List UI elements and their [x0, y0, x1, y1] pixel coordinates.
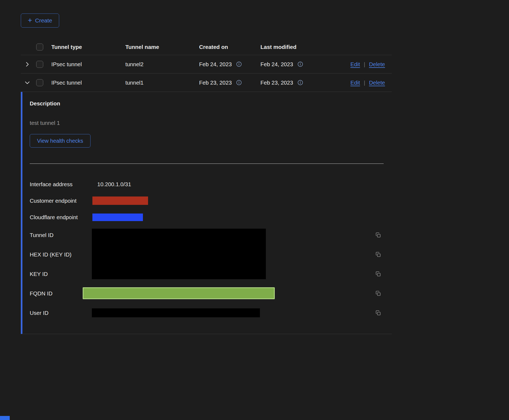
info-icon[interactable]: [297, 79, 303, 86]
info-icon[interactable]: [236, 79, 242, 86]
delete-link[interactable]: Delete: [369, 79, 385, 86]
cloudflare-endpoint-redacted-value: [92, 214, 143, 221]
delete-link[interactable]: Delete: [369, 61, 385, 68]
copy-icon[interactable]: [375, 310, 381, 316]
create-button[interactable]: + Create: [21, 14, 59, 28]
header-tunnel-name: Tunnel name: [125, 44, 199, 50]
last-modified-value: Feb 24, 2023: [260, 61, 293, 68]
description-value: test tunnel 1: [30, 119, 392, 126]
details-fields: Interface address 10.200.1.0/31 Customer…: [30, 176, 392, 323]
header-created-on: Created on: [199, 44, 260, 50]
row-checkbox[interactable]: [36, 79, 43, 86]
user-id-label: User ID: [30, 310, 92, 316]
last-modified-value: Feb 23, 2023: [260, 79, 293, 86]
copy-icon[interactable]: [375, 290, 381, 297]
divider: [30, 164, 384, 164]
interface-address-label: Interface address: [30, 181, 92, 188]
header-last-modified: Last modified: [260, 44, 325, 50]
tunnels-table: Tunnel type Tunnel name Created on Last …: [21, 39, 392, 334]
tunnel-details-panel: Description test tunnel 1 View health ch…: [21, 92, 392, 334]
tunnels-page: + Create Tunnel type Tunnel name Created…: [0, 0, 509, 334]
fqdn-id-redacted-value: [83, 287, 275, 299]
action-separator: |: [364, 79, 365, 86]
cloudflare-endpoint-label: Cloudflare endpoint: [30, 214, 92, 221]
customer-endpoint-label: Customer endpoint: [30, 198, 92, 204]
info-icon[interactable]: [297, 61, 303, 67]
customer-endpoint-redacted-value: [92, 196, 148, 205]
bottom-left-accent: [0, 416, 10, 420]
action-separator: |: [364, 61, 365, 68]
copy-icon[interactable]: [375, 232, 381, 238]
hex-id-label: HEX ID (KEY ID): [30, 251, 92, 258]
user-id-redacted-value: [92, 308, 260, 317]
field-row-cloudflare-endpoint: Cloudflare endpoint: [30, 209, 392, 225]
table-row: IPsec tunnel tunnel2 Feb 24, 2023 Feb 24…: [21, 55, 392, 74]
tunnel-hex-key-ids-redacted-value: [92, 229, 266, 279]
description-label: Description: [30, 100, 392, 107]
interface-address-value: 10.200.1.0/31: [92, 181, 131, 188]
created-on-value: Feb 24, 2023: [199, 61, 232, 68]
edit-link[interactable]: Edit: [350, 61, 360, 68]
info-icon[interactable]: [236, 61, 242, 67]
key-id-label: KEY ID: [30, 271, 92, 277]
created-on-value: Feb 23, 2023: [199, 79, 232, 86]
table-row: IPsec tunnel tunnel1 Feb 23, 2023 Feb 23…: [21, 74, 392, 92]
view-health-checks-button[interactable]: View health checks: [30, 134, 91, 148]
plus-icon: +: [28, 17, 32, 24]
row-checkbox[interactable]: [36, 61, 43, 68]
edit-link[interactable]: Edit: [350, 79, 360, 86]
header-tunnel-type: Tunnel type: [51, 44, 125, 50]
field-row-interface-address: Interface address 10.200.1.0/31: [30, 176, 392, 192]
create-button-label: Create: [35, 17, 52, 24]
tunnel-type-cell: IPsec tunnel: [51, 79, 125, 86]
tunnel-id-label: Tunnel ID: [30, 232, 92, 238]
select-all-checkbox[interactable]: [36, 44, 43, 51]
field-row-customer-endpoint: Customer endpoint: [30, 192, 392, 209]
copy-icon[interactable]: [375, 251, 381, 258]
chevron-right-icon[interactable]: [24, 61, 31, 68]
tunnel-type-cell: IPsec tunnel: [51, 61, 125, 68]
table-header-row: Tunnel type Tunnel name Created on Last …: [21, 39, 392, 55]
tunnel-name-cell: tunnel1: [125, 79, 199, 86]
chevron-down-icon[interactable]: [24, 79, 31, 86]
tunnel-name-cell: tunnel2: [125, 61, 199, 68]
copy-icon[interactable]: [375, 271, 381, 277]
